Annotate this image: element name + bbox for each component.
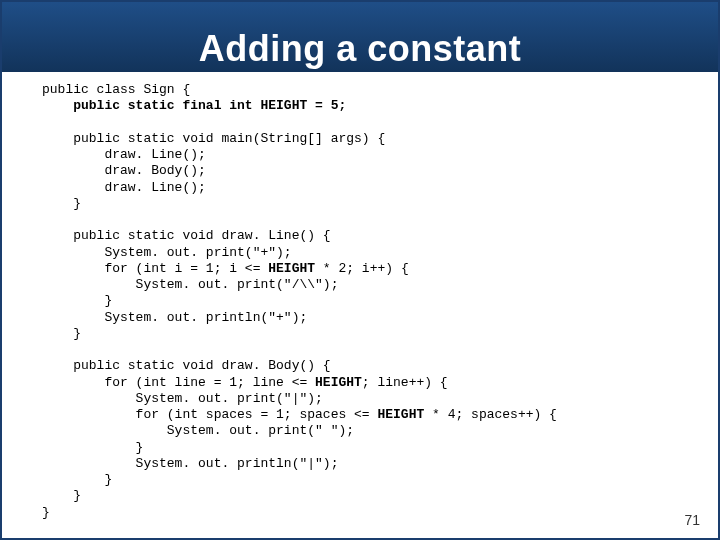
code-line: }	[42, 488, 81, 503]
code-line: System. out. print("|");	[42, 391, 323, 406]
slide-title: Adding a constant	[2, 2, 718, 72]
code-line: for (int line = 1; line <=	[42, 375, 315, 390]
code-line: public static void draw. Line() {	[42, 228, 331, 243]
code-line: }	[42, 440, 143, 455]
code-line: public class Sign {	[42, 82, 190, 97]
code-line: * 2; i++) {	[315, 261, 409, 276]
page-number: 71	[684, 512, 700, 528]
code-line: System. out. println("|");	[42, 456, 338, 471]
code-line: }	[42, 505, 50, 520]
code-line: System. out. print("/\\");	[42, 277, 338, 292]
code-block: public class Sign { public static final …	[2, 72, 718, 521]
code-line: System. out. print(" ");	[42, 423, 354, 438]
code-line: }	[42, 196, 81, 211]
code-line: }	[42, 293, 112, 308]
code-line: public static void draw. Body() {	[42, 358, 331, 373]
code-line: }	[42, 326, 81, 341]
code-keyword: HEIGHT	[377, 407, 424, 422]
code-line: for (int i = 1; i <=	[42, 261, 268, 276]
code-line: public static void main(String[] args) {	[42, 131, 385, 146]
code-line: draw. Line();	[42, 180, 206, 195]
code-line: System. out. print("+");	[42, 245, 292, 260]
code-line: System. out. println("+");	[42, 310, 307, 325]
code-line: public static final int HEIGHT = 5;	[42, 98, 346, 113]
code-line: draw. Body();	[42, 163, 206, 178]
code-keyword: HEIGHT	[315, 375, 362, 390]
code-line: draw. Line();	[42, 147, 206, 162]
code-line: }	[42, 472, 112, 487]
code-line: for (int spaces = 1; spaces <=	[42, 407, 377, 422]
code-line: ; line++) {	[362, 375, 448, 390]
code-line: * 4; spaces++) {	[424, 407, 557, 422]
code-keyword: HEIGHT	[268, 261, 315, 276]
